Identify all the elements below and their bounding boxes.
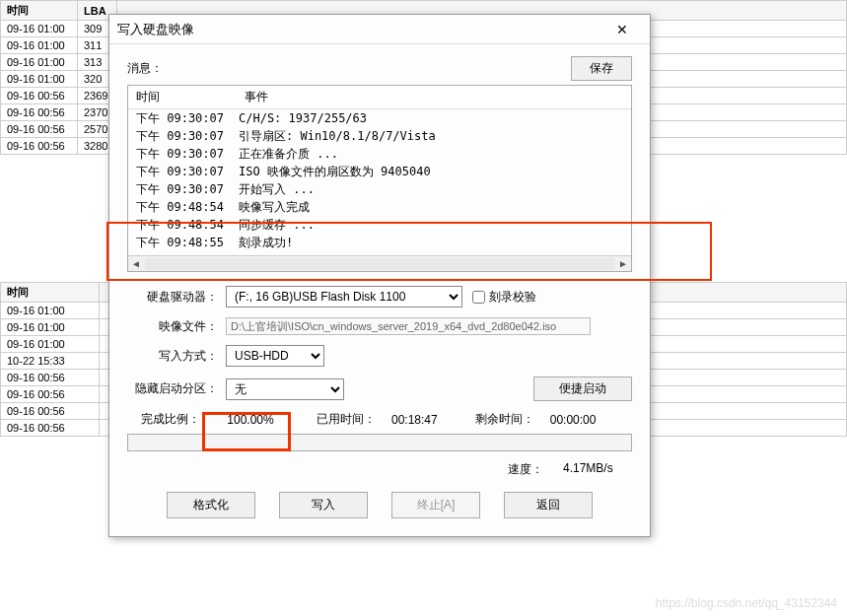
- save-button[interactable]: 保存: [571, 56, 632, 81]
- speed-label: 速度：: [508, 461, 543, 478]
- dialog-title: 写入硬盘映像: [117, 21, 602, 38]
- titlebar[interactable]: 写入硬盘映像 ✕: [109, 15, 650, 44]
- scroll-left-icon[interactable]: ◄: [128, 258, 144, 269]
- verify-checkbox[interactable]: [472, 291, 485, 304]
- log-row: 下午 09:48:54映像写入完成: [128, 198, 631, 216]
- complete-value: 100.00%: [212, 413, 289, 427]
- close-button[interactable]: ✕: [602, 16, 642, 43]
- drive-label: 硬盘驱动器：: [127, 289, 226, 306]
- bg-col-time-2: 时间: [1, 283, 100, 303]
- log-box: 时间 事件 下午 09:30:07C/H/S: 1937/255/63 下午 0…: [127, 85, 632, 272]
- return-button[interactable]: 返回: [504, 492, 593, 518]
- bg-col-time: 时间: [1, 1, 78, 21]
- elapsed-value: 00:18:47: [391, 413, 438, 427]
- hidden-partition-select[interactable]: 无: [226, 378, 344, 400]
- complete-label: 完成比例：: [127, 411, 204, 428]
- format-button[interactable]: 格式化: [167, 492, 255, 518]
- log-row: 下午 09:30:07开始写入 ...: [128, 180, 631, 198]
- log-row: 下午 09:30:07引导扇区: Win10/8.1/8/7/Vista: [128, 127, 631, 145]
- log-body[interactable]: 下午 09:30:07C/H/S: 1937/255/63 下午 09:30:0…: [128, 109, 631, 255]
- watermark: https://blog.csdn.net/qq_43152344: [656, 596, 837, 610]
- log-header-event: 事件: [237, 86, 631, 108]
- horizontal-scrollbar[interactable]: ◄ ►: [128, 255, 631, 271]
- remain-value: 00:00:00: [550, 413, 597, 427]
- hidden-partition-label: 隐藏启动分区：: [127, 380, 226, 397]
- message-label: 消息：: [127, 60, 163, 77]
- log-row: 下午 09:30:07ISO 映像文件的扇区数为 9405040: [128, 163, 631, 180]
- speed-value: 4.17MB/s: [563, 461, 632, 478]
- drive-select[interactable]: (F:, 16 GB)USB Flash Disk 1100: [226, 286, 462, 308]
- quick-boot-button[interactable]: 便捷启动: [533, 376, 632, 401]
- image-path-input[interactable]: [226, 317, 591, 335]
- close-icon: ✕: [616, 22, 628, 37]
- scroll-right-icon[interactable]: ►: [615, 258, 631, 269]
- elapsed-label: 已用时间：: [317, 411, 376, 428]
- method-label: 写入方式：: [127, 348, 226, 365]
- log-row: 下午 09:30:07C/H/S: 1937/255/63: [128, 109, 631, 127]
- verify-label: 刻录校验: [489, 289, 536, 306]
- write-method-select[interactable]: USB-HDD: [226, 345, 324, 367]
- image-label: 映像文件：: [127, 318, 226, 335]
- remain-label: 剩余时间：: [475, 411, 534, 428]
- write-button[interactable]: 写入: [279, 492, 368, 518]
- log-header-time: 时间: [128, 86, 237, 108]
- abort-button[interactable]: 终止[A]: [391, 492, 480, 518]
- log-row: 下午 09:48:55刻录成功!: [128, 234, 631, 251]
- progress-bar: [127, 434, 632, 451]
- write-disk-image-dialog: 写入硬盘映像 ✕ 消息： 保存 时间 事件 下午 09:30:07C/H/S: …: [108, 14, 651, 537]
- log-row: 下午 09:30:07正在准备介质 ...: [128, 145, 631, 163]
- log-row: 下午 09:48:54同步缓存 ...: [128, 216, 631, 234]
